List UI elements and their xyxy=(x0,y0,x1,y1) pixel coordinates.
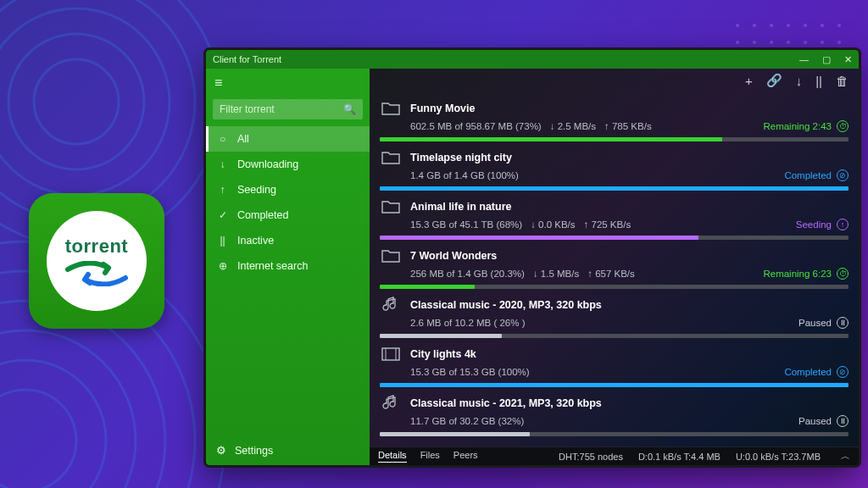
download-speed: ↓ 2.5 MB/s xyxy=(550,121,596,131)
torrent-size: 11.7 GB of 30.2 GB (32%) xyxy=(410,416,524,426)
svg-point-1 xyxy=(8,34,144,169)
sidebar-item-all[interactable]: ○All xyxy=(206,126,370,152)
sidebar-item-label: Internet search xyxy=(237,260,308,272)
torrent-row[interactable]: 7 World Wonders256 MB of 1.4 GB (20.3%)↓… xyxy=(370,240,859,289)
delete-button[interactable]: 🗑 xyxy=(836,74,849,88)
svg-point-5 xyxy=(0,390,76,488)
torrent-row[interactable]: Classical music - 2021, MP3, 320 kbps11.… xyxy=(370,387,859,436)
torrent-status: Remaining 6:23 ⏱ xyxy=(763,268,849,280)
folder-icon xyxy=(380,245,402,267)
upload-speed: ↑ 657 KB/s xyxy=(587,269,635,279)
hamburger-icon[interactable]: ≡ xyxy=(206,69,370,97)
bottom-tab-peers[interactable]: Peers xyxy=(453,450,478,463)
pause-button[interactable]: || xyxy=(815,74,822,88)
svg-point-22 xyxy=(804,41,807,44)
status-icon: ⊘ xyxy=(837,366,849,378)
upload-speed: ↑ 725 KB/s xyxy=(584,219,632,230)
torrent-status: Paused ⏸ xyxy=(798,415,849,427)
stat-download: D:0.1 kB/s T:4.4 MB xyxy=(638,452,721,462)
download-button[interactable]: ↓ xyxy=(796,74,803,88)
svg-point-3 xyxy=(0,0,195,220)
bottom-tab-details[interactable]: Details xyxy=(378,450,407,463)
svg-point-6 xyxy=(0,360,106,488)
torrent-size: 15.3 GB of 15.3 GB (100%) xyxy=(410,367,530,377)
folder-icon xyxy=(380,196,402,218)
sidebar-item-label: Seeding xyxy=(237,184,276,196)
torrent-row[interactable]: Funny Movie602.5 MB of 958.67 MB (73%)↓ … xyxy=(370,92,859,141)
sidebar-item-icon: ○ xyxy=(216,133,229,145)
maximize-button[interactable]: ▢ xyxy=(822,54,831,65)
sidebar-item-label: All xyxy=(237,133,249,145)
sidebar-item-icon: ⊕ xyxy=(216,260,229,272)
svg-point-8 xyxy=(0,301,165,488)
sidebar-settings-label: Settings xyxy=(235,445,273,457)
status-icon: ⏸ xyxy=(837,415,849,427)
torrent-status: Completed ⊘ xyxy=(784,169,849,181)
torrent-size: 2.6 MB of 10.2 MB ( 26% ) xyxy=(410,318,526,328)
svg-point-18 xyxy=(736,41,739,44)
torrent-title: 7 World Wonders xyxy=(410,250,497,262)
torrent-row[interactable]: Classical music - 2020, MP3, 320 kbps2.6… xyxy=(370,289,859,338)
svg-point-17 xyxy=(837,24,841,27)
close-button[interactable]: ✕ xyxy=(844,54,852,65)
torrent-row[interactable]: Animal life in nature15.3 GB of 45.1 TB … xyxy=(370,191,859,240)
sidebar-item-label: Downloading xyxy=(237,158,298,170)
svg-rect-30 xyxy=(382,348,399,360)
svg-point-15 xyxy=(804,24,807,27)
app-icon-word: torrent xyxy=(65,236,128,258)
filter-placeholder: Filter torrent xyxy=(220,103,275,115)
stat-upload: U:0.0 kB/s T:23.7MB xyxy=(736,452,821,462)
status-icon: ↑ xyxy=(837,219,849,230)
torrent-title: Funny Movie xyxy=(410,103,475,114)
torrent-size: 1.4 GB of 1.4 GB (100%) xyxy=(410,170,519,180)
add-button[interactable]: + xyxy=(745,74,753,88)
svg-point-7 xyxy=(0,330,136,488)
svg-point-19 xyxy=(753,41,756,44)
titlebar[interactable]: Client for Torrent — ▢ ✕ xyxy=(206,50,859,69)
toolbar: + 🔗 ↓ || 🗑 xyxy=(370,69,859,92)
torrent-row[interactable]: City lights 4k15.3 GB of 15.3 GB (100%)C… xyxy=(370,338,859,387)
sidebar: ≡ Filter torrent 🔍 ○All↓Downloading↑Seed… xyxy=(206,69,370,465)
sidebar-item-completed[interactable]: ✓Completed xyxy=(206,202,370,228)
sidebar-item-downloading[interactable]: ↓Downloading xyxy=(206,152,370,177)
svg-point-0 xyxy=(34,59,119,144)
folder-icon xyxy=(380,97,402,119)
torrent-status: Seeding ↑ xyxy=(796,219,849,230)
sidebar-item-icon: ↑ xyxy=(216,184,229,196)
status-icon: ⏸ xyxy=(837,317,849,329)
stat-dht: DHT:755 nodes xyxy=(559,452,623,462)
minimize-button[interactable]: — xyxy=(799,54,809,65)
torrent-size: 15.3 GB of 45.1 TB (68%) xyxy=(410,219,522,230)
svg-point-13 xyxy=(770,24,773,27)
torrent-row[interactable]: Timelapse night city1.4 GB of 1.4 GB (10… xyxy=(370,141,859,191)
add-link-button[interactable]: 🔗 xyxy=(766,73,782,88)
sidebar-settings[interactable]: ⚙ Settings xyxy=(206,437,370,465)
gear-icon: ⚙ xyxy=(216,444,226,457)
bottom-tab-files[interactable]: Files xyxy=(420,450,440,463)
sidebar-item-label: Completed xyxy=(237,209,288,221)
bottom-bar: DetailsFilesPeers DHT:755 nodes D:0.1 kB… xyxy=(370,446,859,465)
progress-bar xyxy=(380,432,849,436)
sidebar-item-icon: ✓ xyxy=(216,209,229,221)
music-icon xyxy=(380,294,402,316)
filter-input[interactable]: Filter torrent 🔍 xyxy=(213,99,363,119)
app-window: Client for Torrent — ▢ ✕ ≡ Filter torren… xyxy=(206,50,859,465)
torrent-size: 602.5 MB of 958.67 MB (73%) xyxy=(410,121,542,131)
svg-point-2 xyxy=(0,8,170,195)
sidebar-item-internet-search[interactable]: ⊕Internet search xyxy=(206,253,370,279)
sidebar-item-inactive[interactable]: ||Inactive xyxy=(206,228,370,253)
sidebar-item-seeding[interactable]: ↑Seeding xyxy=(206,177,370,202)
status-icon: ⏱ xyxy=(837,120,849,132)
svg-point-20 xyxy=(770,41,773,44)
sidebar-item-label: Inactive xyxy=(237,235,274,247)
torrent-status: Paused ⏸ xyxy=(798,317,849,329)
download-speed: ↓ 0.0 KB/s xyxy=(531,219,575,230)
status-icon: ⊘ xyxy=(837,169,849,181)
video-icon xyxy=(380,343,402,365)
torrent-title: Timelapse night city xyxy=(410,152,512,164)
torrent-title: Classical music - 2021, MP3, 320 kbps xyxy=(410,397,602,409)
svg-point-24 xyxy=(837,41,841,44)
folder-icon xyxy=(380,147,402,169)
main-panel: + 🔗 ↓ || 🗑 Funny Movie602.5 MB of 958.67… xyxy=(370,69,859,465)
expand-icon[interactable]: ︿ xyxy=(841,450,850,463)
